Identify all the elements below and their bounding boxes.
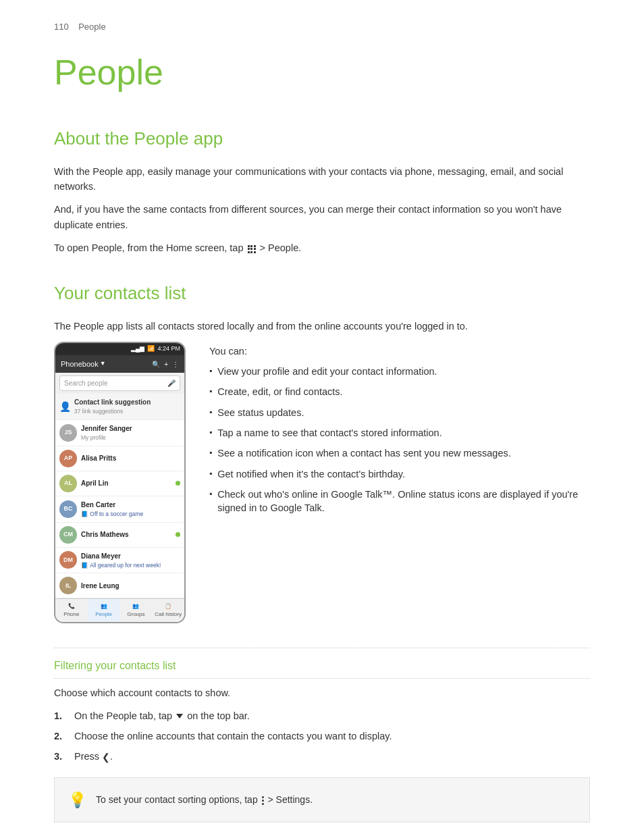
phone-contacts-list: 👤 Contact link suggestion 37 link sugges… bbox=[55, 394, 184, 598]
about-section: About the People app With the People app… bbox=[54, 126, 590, 256]
phone-mockup: ▂▄▆ 📶 4:24 PM Phonebook ▼ 🔍 + ⋮ bbox=[54, 342, 189, 623]
phonebook-label: Phonebook ▼ bbox=[61, 359, 106, 370]
apps-grid-icon bbox=[248, 245, 256, 253]
about-para1: With the People app, easily manage your … bbox=[54, 164, 590, 194]
filtering-description: Choose which account contacts to show. bbox=[54, 685, 590, 700]
step-num: 2. bbox=[54, 729, 66, 743]
avatar: IL bbox=[59, 577, 77, 594]
filtering-steps: 1. On the People tab, tap on the top bar… bbox=[54, 709, 590, 764]
contacts-title: Your contacts list bbox=[54, 280, 590, 307]
avatar: DM bbox=[59, 551, 77, 569]
tip-text: To set your contact sorting options, tap… bbox=[96, 793, 313, 807]
you-can-label: You can: bbox=[209, 344, 590, 359]
filtering-title: Filtering your contacts list bbox=[54, 658, 590, 679]
filtering-section: Filtering your contacts list Choose whic… bbox=[54, 648, 590, 764]
contact-info: Chris Mathews bbox=[81, 529, 171, 540]
menu-icon: ⋮ bbox=[172, 359, 179, 369]
step-text: Choose the online accounts that contain … bbox=[74, 729, 392, 743]
contact-info: Alisa Pritts bbox=[81, 453, 180, 463]
tab-groups: 👥 Groups bbox=[120, 599, 153, 622]
contacts-content: ▂▄▆ 📶 4:24 PM Phonebook ▼ 🔍 + ⋮ bbox=[54, 342, 590, 623]
phone-top-bar: Phonebook ▼ 🔍 + ⋮ bbox=[55, 355, 184, 373]
step-text: Press ❮. bbox=[74, 750, 113, 764]
about-title: About the People app bbox=[54, 126, 590, 152]
back-arrow-icon: ❮ bbox=[102, 751, 110, 764]
page-title: People bbox=[54, 46, 590, 99]
phone-top-icons: 🔍 + ⋮ bbox=[152, 359, 179, 369]
phone-bottom-bar: 📞 Phone 👥 People 👥 Groups 📋 bbox=[55, 598, 184, 622]
feature-list: View your profile and edit your contact … bbox=[209, 365, 590, 515]
about-para3-prefix: To open People, from the Home screen, ta… bbox=[54, 242, 244, 253]
avatar: JS bbox=[59, 424, 77, 442]
step-2: 2. Choose the online accounts that conta… bbox=[54, 729, 590, 743]
step-num: 1. bbox=[54, 709, 66, 723]
phone-screen: ▂▄▆ 📶 4:24 PM Phonebook ▼ 🔍 + ⋮ bbox=[54, 342, 186, 623]
list-item: See a notification icon when a contact h… bbox=[209, 446, 590, 460]
list-item: IL Irene Leung bbox=[55, 573, 184, 598]
list-item: CM Chris Mathews bbox=[55, 523, 184, 548]
add-icon: + bbox=[164, 359, 168, 369]
wifi-icon: 📶 bbox=[147, 344, 155, 354]
step-3: 3. Press ❮. bbox=[54, 750, 590, 764]
about-para2: And, if you have the same contacts from … bbox=[54, 202, 590, 232]
online-indicator bbox=[176, 481, 180, 486]
list-item: JS Jennifer Sanger My profile bbox=[55, 420, 184, 446]
down-arrow-icon bbox=[176, 714, 183, 719]
tip-box: 💡 To set your contact sorting options, t… bbox=[54, 777, 590, 823]
list-item: Check out who's online in Google Talk™. … bbox=[209, 488, 590, 515]
breadcrumb-page-num: 110 bbox=[54, 22, 69, 32]
step-text: On the People tab, tap on the top bar. bbox=[74, 709, 250, 723]
tip-text-prefix: To set your contact sorting options, tap bbox=[96, 794, 258, 805]
contact-info: Ben Carter 📘 Off to a soccer game bbox=[81, 500, 180, 519]
search-icon: 🔍 bbox=[152, 359, 160, 369]
bullet-list: You can: View your profile and edit your… bbox=[209, 342, 590, 623]
time-display: 4:24 PM bbox=[157, 344, 180, 354]
breadcrumb: 110 People bbox=[54, 20, 590, 34]
contacts-description: The People app lists all contacts stored… bbox=[54, 319, 590, 334]
avatar: BC bbox=[59, 500, 77, 518]
list-item: Get notified when it's the contact's bir… bbox=[209, 467, 590, 481]
tip-text-suffix: > Settings. bbox=[267, 794, 313, 805]
tab-call-history: 📋 Call history bbox=[152, 599, 184, 622]
three-dots-icon bbox=[262, 796, 264, 805]
list-item: DM Diana Meyer 📘 All geared up for next … bbox=[55, 548, 184, 574]
breadcrumb-label: People bbox=[78, 22, 105, 32]
mic-icon: 🎤 bbox=[167, 378, 176, 388]
avatar: CM bbox=[59, 526, 77, 544]
phone-status-bar: ▂▄▆ 📶 4:24 PM bbox=[55, 343, 184, 355]
list-item: See status updates. bbox=[209, 406, 590, 419]
about-para3-suffix: > People. bbox=[260, 242, 302, 253]
contact-info: Irene Leung bbox=[81, 581, 180, 591]
tab-phone: 📞 Phone bbox=[55, 599, 88, 622]
list-item: BC Ben Carter 📘 Off to a soccer game bbox=[55, 496, 184, 523]
search-placeholder: Search people bbox=[64, 378, 108, 388]
list-item: View your profile and edit your contact … bbox=[209, 365, 590, 378]
about-para3: To open People, from the Home screen, ta… bbox=[54, 240, 590, 255]
dropdown-icon: ▼ bbox=[100, 359, 106, 369]
tip-bulb-icon: 💡 bbox=[68, 789, 86, 811]
contact-info: April Lin bbox=[81, 478, 171, 488]
phone-search-bar: Search people 🎤 bbox=[59, 375, 180, 391]
contacts-section: Your contacts list The People app lists … bbox=[54, 280, 590, 623]
avatar: AP bbox=[59, 450, 77, 467]
step-num: 3. bbox=[54, 750, 66, 764]
signal-icon: ▂▄▆ bbox=[131, 344, 144, 354]
avatar: AL bbox=[59, 475, 77, 492]
contact-suggestion: 👤 Contact link suggestion 37 link sugges… bbox=[55, 394, 184, 420]
list-item: Create, edit, or find contacts. bbox=[209, 385, 590, 398]
person-icon: 👤 bbox=[59, 400, 71, 414]
tab-people: 👥 People bbox=[88, 599, 120, 622]
list-item: Tap a name to see that contact's stored … bbox=[209, 426, 590, 440]
step-1: 1. On the People tab, tap on the top bar… bbox=[54, 709, 590, 723]
online-indicator bbox=[176, 532, 180, 537]
list-item: AP Alisa Pritts bbox=[55, 446, 184, 471]
list-item: AL April Lin bbox=[55, 471, 184, 496]
contact-info: Jennifer Sanger My profile bbox=[81, 423, 180, 442]
contact-info: Diana Meyer 📘 All geared up for next wee… bbox=[81, 551, 180, 570]
